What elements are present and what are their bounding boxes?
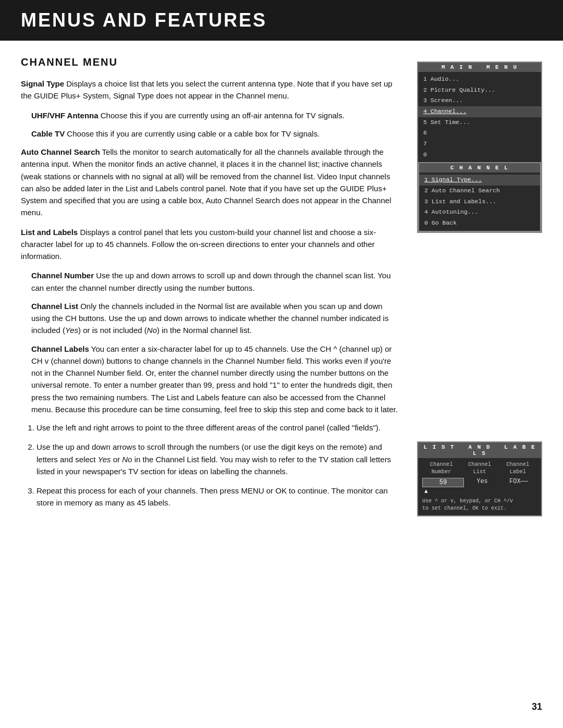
submenu-autotuning: 4 Autotuning...: [419, 207, 540, 218]
main-menu-title: M A I N M E N U: [418, 63, 541, 72]
cabletv-term: Cable TV: [31, 129, 65, 138]
channel-submenu-items: 1 Signal Type... 2 Auto Channel Search 3…: [419, 172, 540, 230]
signal-type-section: Signal Type Displays a choice list that …: [21, 78, 401, 102]
instructions-list: Use the left and right arrows to point t…: [36, 422, 401, 509]
value-channel-label: FOX——: [500, 478, 537, 485]
channel-number-term: Channel Number: [31, 271, 94, 280]
list-labels-cols: ChannelNumber ChannelList ChannelLabel: [422, 461, 537, 475]
submenu-go-back: 0 Go Back: [419, 218, 540, 229]
list-labels-arrow-row: ▲: [422, 488, 537, 495]
page-header: Menus and Features: [0, 0, 563, 41]
uhfvhf-section: UHF/VHF Antenna Choose this if you are c…: [31, 109, 401, 121]
list-and-labels-box: L I S T A N D L A B E L S ChannelNumber …: [417, 441, 542, 516]
menu-item-0: 0: [418, 150, 541, 161]
uhfvhf-term: UHF/VHF Antenna: [31, 111, 99, 120]
auto-channel-section: Auto Channel Search Tells the monitor to…: [21, 146, 401, 219]
spacer: [417, 249, 542, 426]
list-labels-values: 59 Yes FOX——: [422, 478, 537, 487]
content-wrapper: Channel Menu Signal Type Displays a choi…: [0, 56, 563, 516]
channel-list-section: Channel List Only the channels included …: [31, 300, 401, 337]
menu-item-6: 6: [418, 128, 541, 139]
main-menu-items: 1 Audio... 2 Picture Quality... 3 Screen…: [418, 72, 541, 162]
list-item: Repeat this process for each of your cha…: [36, 485, 401, 509]
channel-number-section: Channel Number Use the up and down arrow…: [31, 269, 401, 294]
list-labels-footnote: Use ^ or v, keypad, or CH ^/vto set chan…: [422, 498, 537, 512]
channel-list-text: Only the channels included in the Normal…: [31, 302, 388, 335]
signal-type-text: Displays a choice list that lets you sel…: [21, 79, 393, 100]
menu-item-screen: 3 Screen...: [418, 95, 541, 106]
menu-item-audio: 1 Audio...: [418, 74, 541, 85]
value-channel-list: Yes: [464, 478, 500, 485]
main-menu-box: M A I N M E N U 1 Audio... 2 Picture Qua…: [417, 61, 542, 233]
list-labels-term: List and Labels: [21, 228, 78, 237]
right-column: M A I N M E N U 1 Audio... 2 Picture Qua…: [417, 56, 542, 516]
channel-submenu-box: C H A N N E L 1 Signal Type... 2 Auto Ch…: [418, 162, 541, 231]
uhfvhf-text: Choose this if you are currently using a…: [101, 111, 345, 120]
menu-item-settime: 5 Set Time...: [418, 117, 541, 128]
channel-list-term: Channel List: [31, 302, 78, 311]
submenu-auto-channel: 2 Auto Channel Search: [419, 186, 540, 196]
submenu-list-labels: 3 List and Labels...: [419, 196, 540, 207]
menu-item-picture: 2 Picture Quality...: [418, 85, 541, 96]
list-item: Use the left and right arrows to point t…: [36, 422, 401, 434]
submenu-signal-type: 1 Signal Type...: [419, 175, 540, 186]
menu-item-7: 7: [418, 139, 541, 150]
value-channel-number: 59: [422, 478, 464, 487]
signal-type-term: Signal Type: [21, 79, 64, 88]
page-title: Menus and Features: [21, 9, 542, 31]
auto-channel-term: Auto Channel Search: [21, 147, 100, 156]
page-number: 31: [532, 701, 542, 712]
channel-submenu-title: C H A N N E L: [419, 163, 540, 172]
channel-labels-term: Channel Labels: [31, 344, 89, 353]
channel-labels-section: Channel Labels You can enter a six-chara…: [31, 343, 401, 416]
list-item: Use the up and down arrows to scroll thr…: [36, 441, 401, 477]
channel-labels-text: You can enter a six-character label for …: [31, 344, 398, 414]
cabletv-section: Cable TV Choose this if you are currentl…: [31, 128, 401, 140]
col-channel-number: ChannelNumber: [422, 461, 460, 475]
menu-item-channel: 4 Channel...: [418, 106, 541, 117]
list-labels-body: ChannelNumber ChannelList ChannelLabel 5…: [418, 458, 541, 515]
col-channel-list: ChannelList: [460, 461, 498, 475]
section-heading: Channel Menu: [21, 56, 401, 68]
cabletv-text: Choose this if you are currently using c…: [67, 129, 320, 138]
col-channel-label: ChannelLabel: [499, 461, 537, 475]
list-labels-title: L I S T A N D L A B E L S: [418, 442, 541, 458]
left-column: Channel Menu Signal Type Displays a choi…: [21, 56, 401, 516]
auto-channel-text: Tells the monitor to search automaticall…: [21, 147, 391, 217]
list-labels-section: List and Labels Displays a control panel…: [21, 226, 401, 263]
